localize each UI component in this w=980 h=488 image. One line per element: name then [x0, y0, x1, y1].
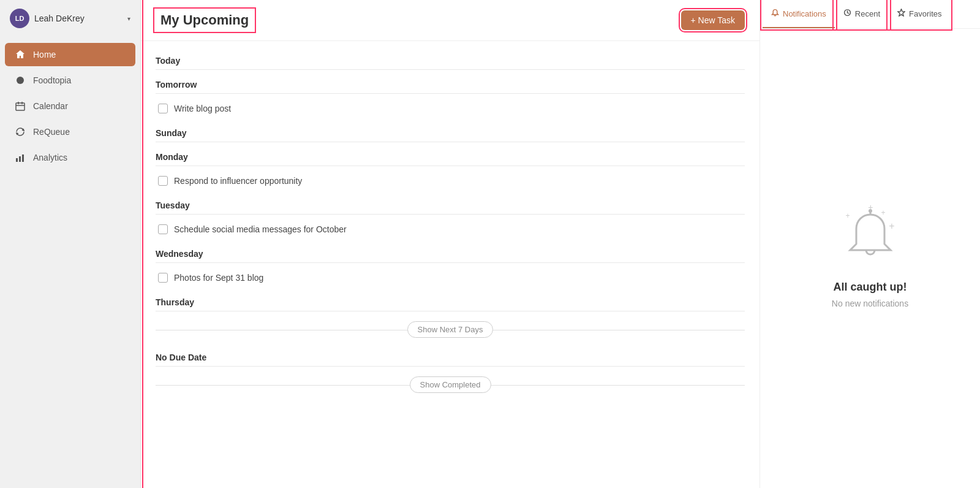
sidebar-item-analytics[interactable]: Analytics — [5, 146, 135, 169]
day-header-thursday: Thursday — [156, 292, 745, 311]
user-menu[interactable]: LD Leah DeKrey ▾ — [0, 0, 140, 37]
svg-rect-1 — [16, 103, 24, 110]
task-label: Write blog post — [174, 104, 231, 113]
day-section-thursday: Thursday — [156, 292, 745, 311]
day-header-wednesday: Wednesday — [156, 244, 745, 263]
sidebar-nav: Home Foodtopia Calendar — [0, 37, 140, 175]
bell-with-sparkles: + + + + — [843, 208, 898, 266]
page-title: My Upcoming — [156, 10, 254, 31]
home-icon — [15, 49, 26, 60]
sparkle-2: + — [881, 208, 885, 217]
day-header-today: Today — [156, 51, 745, 70]
show-completed-button[interactable]: Show Completed — [410, 376, 491, 393]
avatar: LD — [10, 9, 29, 28]
circle-icon — [15, 75, 26, 86]
day-section-no-due-date: No Due Date — [156, 348, 745, 367]
tab-recent[interactable]: Recent — [835, 0, 889, 28]
task-item: Photos for Sept 31 blog — [156, 268, 745, 288]
svg-rect-5 — [16, 158, 18, 162]
analytics-icon — [15, 152, 26, 163]
task-item: Respond to influencer opportunity — [156, 171, 745, 191]
sidebar-item-calendar-label: Calendar — [33, 101, 68, 111]
calendar-icon — [15, 101, 26, 112]
sidebar-item-requeue-label: ReQueue — [33, 127, 70, 137]
show-completed-container: Show Completed — [156, 376, 745, 393]
right-panel: Notifications Recent Favorites + + + — [760, 0, 980, 488]
chevron-down-icon: ▾ — [127, 15, 130, 22]
svg-marker-9 — [898, 9, 905, 16]
sidebar-item-requeue[interactable]: ReQueue — [5, 120, 135, 143]
task-checkbox[interactable] — [158, 104, 168, 113]
main-content: My Upcoming + New Task Today Tomorrow Wr… — [141, 0, 760, 488]
sidebar-item-calendar[interactable]: Calendar — [5, 94, 135, 118]
sparkle-3: + — [889, 221, 894, 232]
panel-tabs: Notifications Recent Favorites — [760, 0, 980, 29]
day-section-today: Today — [156, 51, 745, 70]
empty-state-subtitle: No new notifications — [832, 299, 908, 308]
sidebar-item-home[interactable]: Home — [5, 43, 135, 66]
task-checkbox[interactable] — [158, 176, 168, 186]
sidebar-item-foodtopia-label: Foodtopia — [33, 75, 71, 85]
task-checkbox[interactable] — [158, 224, 168, 234]
svg-rect-7 — [22, 154, 24, 162]
task-label: Photos for Sept 31 blog — [174, 273, 263, 283]
day-header-tuesday: Tuesday — [156, 196, 745, 215]
day-header-tomorrow: Tomorrow — [156, 75, 745, 94]
task-label: Schedule social media messages for Octob… — [174, 224, 347, 234]
main-header: My Upcoming + New Task — [141, 0, 760, 41]
sidebar-item-foodtopia[interactable]: Foodtopia — [5, 69, 135, 92]
tab-notifications-label: Notifications — [783, 9, 826, 18]
task-checkbox[interactable] — [158, 273, 168, 283]
svg-rect-6 — [19, 156, 21, 162]
sparkle-1: + — [868, 202, 873, 212]
show-next-7-days-container: Show Next 7 Days — [156, 321, 745, 338]
sidebar-item-home-label: Home — [33, 50, 56, 59]
day-section-monday: Monday Respond to influencer opportunity — [156, 147, 745, 191]
task-item: Write blog post — [156, 99, 745, 118]
requeue-icon — [15, 126, 26, 137]
day-section-wednesday: Wednesday Photos for Sept 31 blog — [156, 244, 745, 288]
tasks-area: Today Tomorrow Write blog post Sunday Mo… — [141, 41, 760, 488]
day-section-tomorrow: Tomorrow Write blog post — [156, 75, 745, 118]
task-item: Schedule social media messages for Octob… — [156, 219, 745, 239]
day-header-sunday: Sunday — [156, 123, 745, 142]
panel-content: + + + + All caught up! No new notificati… — [760, 29, 980, 488]
sidebar: LD Leah DeKrey ▾ Home Foodtopia — [0, 0, 141, 488]
bell-icon — [771, 9, 779, 18]
empty-state-title: All caught up! — [834, 281, 907, 294]
tab-favorites-label: Favorites — [909, 9, 941, 18]
svg-point-0 — [17, 77, 24, 84]
tab-favorites[interactable]: Favorites — [889, 0, 950, 28]
show-next-7-days-button[interactable]: Show Next 7 Days — [407, 321, 494, 338]
day-section-sunday: Sunday — [156, 123, 745, 142]
day-header-monday: Monday — [156, 147, 745, 166]
day-section-tuesday: Tuesday Schedule social media messages f… — [156, 196, 745, 239]
day-header-no-due-date: No Due Date — [156, 348, 745, 367]
tab-notifications[interactable]: Notifications — [763, 0, 835, 28]
user-name: Leah DeKrey — [34, 13, 123, 23]
clock-icon — [843, 9, 851, 18]
sidebar-item-analytics-label: Analytics — [33, 153, 67, 162]
task-label: Respond to influencer opportunity — [174, 176, 302, 186]
new-task-button[interactable]: + New Task — [681, 10, 745, 30]
sparkle-4: + — [846, 212, 850, 220]
star-icon — [897, 9, 905, 18]
tab-recent-label: Recent — [855, 9, 880, 18]
